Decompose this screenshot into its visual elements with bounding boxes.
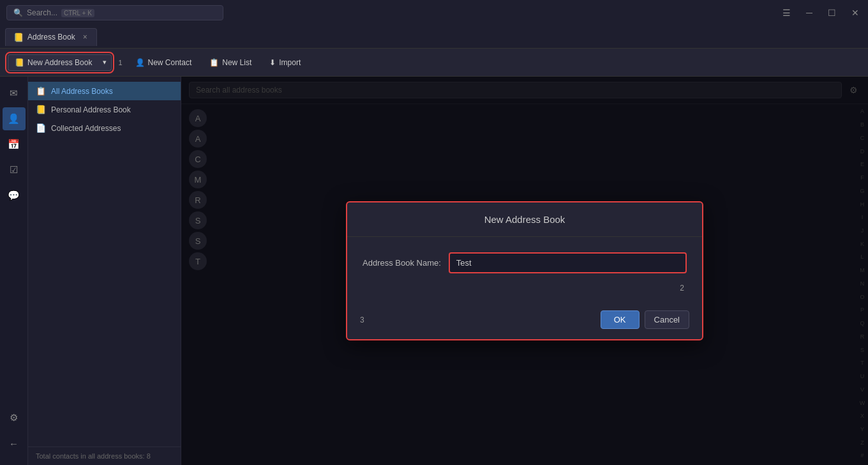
- main-layout: ✉ 👤 📅 ☑ 💬 ⚙ ← 📋 All Address Books 📒 Pers…: [0, 77, 868, 465]
- new-address-book-button[interactable]: 📒 New Address Book: [8, 54, 98, 71]
- new-address-book-label: New Address Book: [27, 58, 92, 67]
- title-bar-left: 🔍 Search... CTRL + K: [6, 5, 223, 20]
- modal-overlay: New Address Book Address Book Name: 2 3 …: [181, 77, 868, 465]
- icon-sidebar-bottom: ⚙ ←: [3, 406, 26, 460]
- new-address-book-btn-wrap: 📒 New Address Book ▾: [8, 54, 112, 71]
- search-icon: 🔍: [13, 8, 23, 17]
- address-book-tab-label: Address Book: [27, 33, 75, 42]
- address-book-list: 📋 All Address Books 📒 Personal Address B…: [28, 77, 181, 446]
- personal-address-book-icon: 📒: [36, 105, 46, 114]
- import-label: Import: [279, 58, 301, 67]
- global-search-bar[interactable]: 🔍 Search... CTRL + K: [6, 5, 223, 20]
- new-list-button[interactable]: 📋 New List: [203, 55, 258, 70]
- sidebar-mail-button[interactable]: ✉: [3, 82, 26, 105]
- modal-step-2-badge: 2: [363, 284, 687, 293]
- import-icon: ⬇: [269, 58, 276, 67]
- address-book-tab-icon: 📒: [13, 33, 24, 42]
- new-contact-button[interactable]: 👤 New Contact: [129, 55, 198, 70]
- title-bar: 🔍 Search... CTRL + K ☰ ─ ☐ ✕: [0, 0, 868, 26]
- minimize-button[interactable]: ─: [804, 6, 815, 19]
- search-placeholder-text: Search...: [27, 8, 57, 17]
- new-contact-icon: 👤: [135, 58, 145, 67]
- modal-address-book-name-label: Address Book Name:: [363, 258, 441, 268]
- modal-title: New Address Book: [347, 202, 702, 237]
- maximize-button[interactable]: ☐: [825, 6, 839, 19]
- new-address-book-modal: New Address Book Address Book Name: 2 3 …: [346, 201, 703, 340]
- new-list-label: New List: [222, 58, 251, 67]
- step-1-badge: 1: [117, 59, 123, 66]
- icon-sidebar: ✉ 👤 📅 ☑ 💬 ⚙ ←: [0, 77, 28, 465]
- modal-ok-button[interactable]: OK: [601, 310, 640, 329]
- new-address-book-dropdown-button[interactable]: ▾: [98, 54, 112, 71]
- personal-address-book-label: Personal Address Book: [51, 105, 131, 114]
- sidebar-item-collected-addresses[interactable]: 📄 Collected Addresses: [28, 119, 181, 137]
- sidebar-contacts-button[interactable]: 👤: [3, 107, 26, 130]
- contacts-count-footer: Total contacts in all address books: 8: [28, 446, 181, 465]
- sidebar-tasks-button[interactable]: ☑: [3, 158, 26, 181]
- all-address-books-icon: 📋: [36, 86, 46, 96]
- left-panel: 📋 All Address Books 📒 Personal Address B…: [28, 77, 181, 465]
- address-book-tab[interactable]: 📒 Address Book ×: [5, 28, 97, 46]
- content-area: ⚙ A A C M R S S T A B C D E F G H I J K …: [181, 77, 868, 465]
- modal-footer: 3 OK Cancel: [347, 303, 702, 339]
- modal-title-text: New Address Book: [484, 214, 565, 225]
- main-toolbar: 📒 New Address Book ▾ 1 👤 New Contact 📋 N…: [0, 49, 868, 77]
- close-button[interactable]: ✕: [849, 6, 862, 19]
- new-contact-label: New Contact: [148, 58, 192, 67]
- window-controls: ☰ ─ ☐ ✕: [780, 6, 862, 19]
- menu-icon-button[interactable]: ☰: [780, 6, 793, 19]
- sidebar-back-button[interactable]: ←: [3, 432, 26, 455]
- all-address-books-label: All Address Books: [51, 87, 113, 96]
- modal-cancel-button[interactable]: Cancel: [645, 310, 689, 329]
- tab-bar: 📒 Address Book ×: [0, 26, 868, 49]
- sidebar-item-personal-address-book[interactable]: 📒 Personal Address Book: [28, 100, 181, 119]
- collected-addresses-icon: 📄: [36, 123, 46, 133]
- modal-body: Address Book Name: 2: [347, 237, 702, 303]
- modal-name-row: Address Book Name:: [363, 252, 687, 273]
- contacts-count-text: Total contacts in all address books: 8: [36, 452, 151, 460]
- sidebar-calendar-button[interactable]: 📅: [3, 133, 26, 156]
- sidebar-settings-button[interactable]: ⚙: [3, 406, 26, 429]
- new-list-icon: 📋: [209, 58, 219, 67]
- import-button[interactable]: ⬇ Import: [263, 55, 307, 70]
- new-address-book-icon: 📒: [15, 58, 24, 67]
- collected-addresses-label: Collected Addresses: [51, 124, 121, 133]
- sidebar-item-all-address-books[interactable]: 📋 All Address Books: [28, 82, 181, 100]
- sidebar-chat-button[interactable]: 💬: [3, 184, 26, 207]
- search-shortcut: CTRL + K: [61, 9, 94, 17]
- tab-close-button[interactable]: ×: [82, 33, 89, 42]
- modal-address-book-name-input[interactable]: [449, 252, 687, 273]
- modal-step-3-badge: 3: [360, 316, 364, 324]
